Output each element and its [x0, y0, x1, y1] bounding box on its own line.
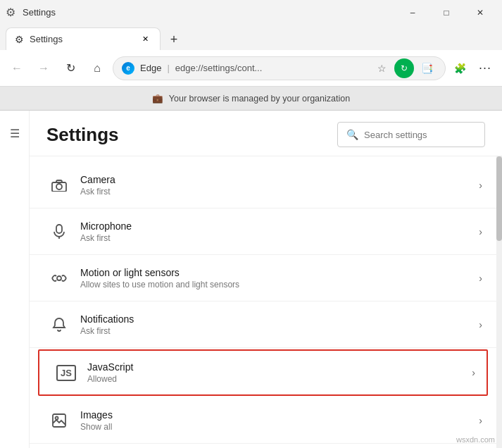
notifications-info: Notifications Ask first [72, 313, 479, 336]
motion-sensors-name: Motion or light sensors [80, 267, 479, 278]
tab-bar: ⚙ Settings ✕ + [0, 25, 502, 50]
svg-rect-5 [53, 414, 65, 427]
watermark: wsxdn.com [456, 435, 495, 444]
settings-header: Settings 🔍 [30, 111, 502, 156]
microphone-info: Microphone Ask first [72, 220, 479, 243]
tab-close-button[interactable]: ✕ [139, 33, 151, 46]
new-tab-button[interactable]: + [163, 29, 184, 50]
javascript-name: JavaScript [87, 361, 472, 373]
svg-point-4 [57, 276, 61, 280]
images-info: Images Show all [72, 409, 479, 432]
motion-sensors-icon [46, 272, 72, 285]
motion-sensors-desc: Allow sites to use motion and light sens… [80, 280, 479, 290]
edge-brand-label: Edge [140, 63, 161, 73]
window-title: Settings [23, 7, 56, 18]
search-icon: 🔍 [346, 129, 358, 140]
sidebar-menu-button[interactable]: ☰ [4, 122, 26, 144]
search-input[interactable] [364, 130, 482, 140]
images-name: Images [80, 409, 479, 421]
edge-logo: e [122, 62, 134, 75]
setting-item-motion-sensors[interactable]: Motion or light sensors Allow sites to u… [30, 255, 496, 301]
favorites-icon[interactable]: ☆ [372, 58, 391, 78]
motion-sensors-info: Motion or light sensors Allow sites to u… [72, 267, 479, 290]
setting-item-images[interactable]: Images Show all › [30, 397, 496, 444]
images-chevron-icon: › [479, 415, 482, 426]
microphone-desc: Ask first [80, 233, 479, 243]
notifications-desc: Ask first [80, 326, 479, 336]
microphone-icon [46, 224, 72, 239]
collections-icon[interactable]: 📑 [417, 58, 437, 78]
scroll-thumb [496, 156, 502, 241]
settings-area: Settings 🔍 Camera Ask first › Microphone… [30, 111, 502, 448]
notifications-icon [46, 317, 72, 332]
address-icons: ☆ ↻ 📑 [372, 58, 437, 78]
back-button[interactable]: ← [6, 57, 28, 80]
settings-list: Camera Ask first › Microphone Ask first … [30, 156, 496, 448]
javascript-chevron-icon: › [472, 367, 475, 378]
window-controls: – □ ✕ [396, 2, 496, 23]
svg-point-6 [56, 416, 58, 419]
refresh-button[interactable]: ↻ [59, 57, 82, 80]
tab-settings-label: Settings [30, 34, 133, 44]
org-banner-text: Your browser is managed by your organiza… [169, 94, 350, 104]
camera-name: Camera [80, 174, 479, 185]
setting-item-microphone[interactable]: Microphone Ask first › [30, 209, 496, 255]
scroll-indicator [496, 156, 502, 448]
setting-item-notifications[interactable]: Notifications Ask first › [30, 301, 496, 348]
title-bar: ⚙ Settings – □ ✕ [0, 0, 502, 25]
svg-rect-2 [56, 225, 62, 233]
org-banner-icon: 💼 [152, 93, 163, 104]
address-input-wrap[interactable]: e Edge | edge://settings/cont... ☆ ↻ 📑 [113, 56, 446, 80]
sidebar-strip: ☰ [0, 111, 30, 448]
images-desc: Show all [80, 422, 479, 432]
notifications-chevron-icon: › [479, 319, 482, 330]
org-banner: 💼 Your browser is managed by your organi… [0, 87, 502, 111]
setting-item-camera[interactable]: Camera Ask first › [30, 162, 496, 209]
images-icon [46, 413, 72, 428]
address-bar: ← → ↻ ⌂ e Edge | edge://settings/cont...… [0, 50, 502, 87]
camera-chevron-icon: › [479, 180, 482, 191]
motion-sensors-chevron-icon: › [479, 273, 482, 284]
svg-point-1 [56, 184, 62, 189]
camera-info: Camera Ask first [72, 174, 479, 197]
camera-icon [46, 179, 72, 192]
search-box[interactable]: 🔍 [337, 122, 485, 147]
microphone-chevron-icon: › [479, 226, 482, 237]
main-content: ☰ Settings 🔍 Camera Ask first › Micropho… [0, 111, 502, 448]
window-icon: ⚙ [6, 6, 15, 19]
more-options-button[interactable]: ··· [474, 57, 496, 80]
tab-settings-icon: ⚙ [15, 34, 24, 45]
notifications-name: Notifications [80, 313, 479, 325]
address-text: edge://settings/cont... [175, 63, 366, 73]
microphone-name: Microphone [80, 220, 479, 232]
javascript-desc: Allowed [87, 374, 472, 384]
page-title: Settings [46, 124, 119, 146]
tab-settings[interactable]: ⚙ Settings ✕ [6, 27, 161, 50]
extensions-button[interactable]: 🧩 [450, 58, 470, 78]
javascript-icon: JS [54, 365, 79, 381]
javascript-info: JavaScript Allowed [79, 361, 472, 384]
camera-desc: Ask first [80, 187, 479, 197]
refresh-profile-icon[interactable]: ↻ [394, 58, 414, 78]
setting-item-javascript[interactable]: JS JavaScript Allowed › [38, 349, 488, 396]
home-button[interactable]: ⌂ [86, 57, 108, 80]
maximize-button[interactable]: □ [430, 2, 463, 23]
forward-button[interactable]: → [32, 57, 55, 80]
close-button[interactable]: ✕ [464, 2, 496, 23]
minimize-button[interactable]: – [396, 2, 429, 23]
